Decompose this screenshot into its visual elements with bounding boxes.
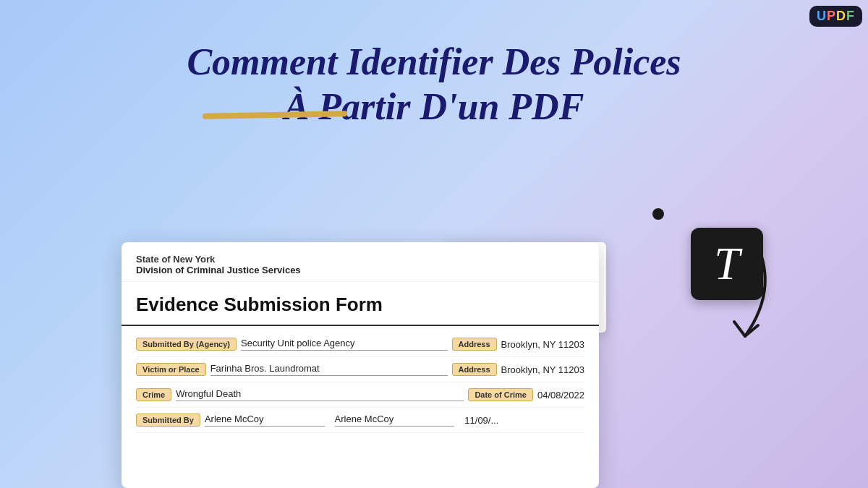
value-crime: Wrongful Death [176,388,464,401]
title-line2: À Partir D'un PDF [0,85,868,129]
value-agency: Security Unit police Agency [241,338,448,351]
document-card: State of New York Division of Criminal J… [122,242,599,488]
value-date-submitted: 11/09/... [464,415,584,426]
label-address-2: Address [452,363,497,376]
doc-header: State of New York Division of Criminal J… [122,242,599,282]
division-name: Division of Criminal Justice Services [136,265,584,275]
font-letter-t: T [714,241,740,287]
form-title: Evidence Submission Form [122,282,599,326]
label-crime: Crime [136,388,171,401]
label-address-1: Address [452,338,497,351]
value-address-1: Brooklyn, NY 11203 [501,339,584,350]
right-section-2: Address Brooklyn, NY 11203 [452,363,584,376]
right-section-3: Date of Crime 04/08/2022 [468,388,584,401]
value-victim: Farinha Bros. Laundromat [210,363,448,376]
form-row-2: Victim or Place Farinha Bros. Laundromat… [136,357,584,382]
state-name: State of New York [136,254,584,265]
title-line1: Comment Identifier Des Polices [0,40,868,85]
label-submitted-by: Submitted By [136,414,200,427]
logo-d: D [836,9,846,23]
font-card: T [691,228,763,300]
logo-u: U [817,9,827,23]
form-row-3: Crime Wrongful Death Date of Crime 04/08… [136,382,584,408]
label-date-of-crime: Date of Crime [468,388,533,401]
form-row-4: Submitted By Arlene McCoy Arlene McCoy 1… [136,408,584,433]
label-agency: Submitted By (Agency) [136,338,237,351]
value-submitted-by-2: Arlene McCoy [335,414,455,427]
main-title: Comment Identifier Des Polices À Partir … [0,40,868,130]
right-section-1: Address Brooklyn, NY 11203 [452,338,584,351]
updf-logo: UPDF [809,6,862,27]
value-address-2: Brooklyn, NY 11203 [501,364,584,375]
label-victim: Victim or Place [136,363,206,376]
form-rows: Submitted By (Agency) Security Unit poli… [122,326,599,439]
value-submitted-by-1: Arlene McCoy [205,414,325,427]
value-date-of-crime: 04/08/2022 [537,390,584,401]
bullet-dot [652,208,664,220]
logo-p: P [827,9,836,23]
form-row-1: Submitted By (Agency) Security Unit poli… [136,332,584,357]
logo-f: F [846,9,855,23]
